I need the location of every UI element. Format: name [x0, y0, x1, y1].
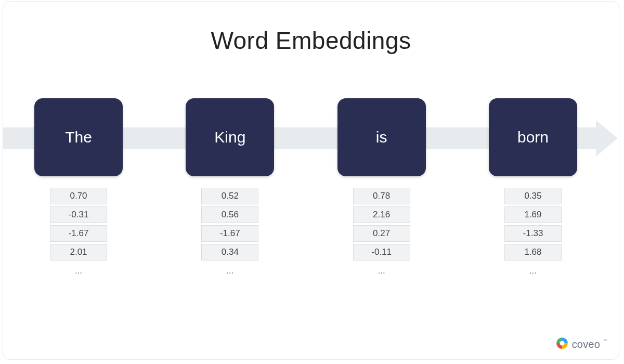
vector-cell: -1.67	[201, 225, 258, 242]
vector-cell: -1.33	[504, 225, 562, 242]
token-column: is 0.78 2.16 0.27 -0.11 ...	[337, 98, 426, 281]
token-box: The	[34, 98, 123, 176]
token-box: is	[337, 98, 426, 176]
embedding-vector: 0.35 1.69 -1.33 1.68 ...	[504, 188, 562, 281]
vector-cell: 0.56	[201, 206, 258, 223]
token-column: born 0.35 1.69 -1.33 1.68 ...	[489, 98, 577, 281]
vector-cell: 0.35	[504, 188, 562, 204]
vector-ellipsis: ...	[50, 263, 107, 279]
embedding-vector: 0.78 2.16 0.27 -0.11 ...	[353, 188, 410, 281]
token-column: The 0.70 -0.31 -1.67 2.01 ...	[34, 98, 123, 281]
diagram-card: Word Embeddings The 0.70 -0.31 -1.67 2.0…	[3, 1, 619, 360]
brand-tm: ™	[603, 339, 607, 343]
vector-cell: 0.78	[353, 188, 410, 204]
vector-cell: 0.34	[201, 244, 258, 261]
svg-point-0	[560, 341, 564, 345]
vector-cell: 0.27	[353, 225, 410, 242]
vector-cell: 0.52	[201, 188, 258, 204]
vector-cell: -0.11	[353, 244, 410, 261]
vector-cell: 1.69	[504, 206, 562, 223]
token-word: born	[517, 128, 549, 146]
token-word: King	[214, 128, 245, 146]
token-row: The 0.70 -0.31 -1.67 2.01 ... King 0.52 …	[34, 98, 577, 281]
vector-cell: 0.70	[50, 188, 107, 204]
vector-cell: 2.01	[50, 244, 107, 261]
embedding-vector: 0.70 -0.31 -1.67 2.01 ...	[50, 188, 107, 281]
vector-ellipsis: ...	[201, 263, 258, 279]
token-column: King 0.52 0.56 -1.67 0.34 ...	[186, 98, 274, 281]
vector-cell: -1.67	[50, 225, 107, 242]
brand-name: coveo	[572, 339, 600, 350]
brand-logo: coveo ™	[555, 336, 607, 352]
vector-ellipsis: ...	[353, 263, 410, 279]
embedding-vector: 0.52 0.56 -1.67 0.34 ...	[201, 188, 258, 281]
token-box: King	[186, 98, 274, 176]
diagram-title: Word Embeddings	[3, 27, 619, 55]
arrow-head-icon	[596, 120, 618, 157]
token-word: is	[376, 128, 387, 146]
coveo-logo-icon	[555, 336, 569, 352]
vector-cell: 1.68	[504, 244, 562, 261]
token-box: born	[489, 98, 577, 176]
vector-ellipsis: ...	[504, 263, 562, 279]
token-word: The	[65, 128, 92, 146]
vector-cell: -0.31	[50, 206, 107, 223]
vector-cell: 2.16	[353, 206, 410, 223]
